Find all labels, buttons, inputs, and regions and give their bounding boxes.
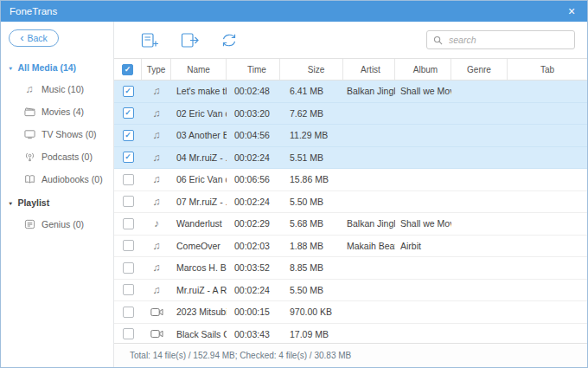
table-row[interactable]: ♫07 Mr.ruiZ - ...00:02:245.50 MB bbox=[114, 191, 587, 214]
row-checkbox[interactable] bbox=[123, 174, 134, 185]
search-icon bbox=[433, 36, 443, 45]
row-time: 00:02:29 bbox=[227, 218, 280, 229]
row-type-cell: ♫ bbox=[142, 107, 171, 119]
row-name: Wanderlust bbox=[171, 218, 227, 229]
row-size: 11.29 MB bbox=[280, 130, 343, 140]
close-button[interactable]: × bbox=[556, 1, 587, 22]
music-icon: ♫ bbox=[23, 83, 35, 95]
row-checkbox[interactable] bbox=[123, 307, 134, 318]
row-checkbox[interactable]: ✓ bbox=[123, 86, 134, 97]
table-row[interactable]: ✓♫Let's make th...00:02:486.41 MBBalkan … bbox=[114, 81, 587, 103]
table-row[interactable]: ♫ComeOver00:02:031.88 MBMakaih BeatsAirb… bbox=[114, 236, 587, 258]
row-checkbox[interactable] bbox=[123, 240, 134, 251]
column-header-artist[interactable]: Artist bbox=[343, 59, 395, 80]
row-checkbox[interactable] bbox=[123, 328, 134, 339]
status-text: Total: 14 file(s) / 152.94 MB; Checked: … bbox=[130, 351, 351, 360]
row-checkbox[interactable] bbox=[123, 284, 134, 295]
row-checkbox-cell bbox=[114, 218, 142, 229]
search-box[interactable] bbox=[426, 30, 575, 49]
table-row[interactable]: ♫Marcos H. B...00:03:528.85 MB bbox=[114, 257, 587, 280]
row-checkbox[interactable] bbox=[123, 196, 134, 207]
row-name: 04 Mr.ruiZ - ... bbox=[171, 152, 227, 163]
refresh-icon bbox=[219, 32, 240, 48]
row-album: Shall we Mov... bbox=[395, 218, 451, 229]
row-size: 5.51 MB bbox=[280, 152, 343, 163]
collapse-triangle-icon: ▼ bbox=[8, 200, 13, 205]
row-name: 02 Eric Van d... bbox=[171, 108, 227, 119]
back-arrow-icon: ‹ bbox=[20, 32, 23, 43]
sidebar-item-movies-4[interactable]: Movies (4) bbox=[1, 100, 113, 123]
sidebar-group-all-media-14[interactable]: ▼All Media (14) bbox=[1, 55, 113, 78]
add-files-button[interactable] bbox=[137, 30, 163, 49]
row-size: 5.68 MB bbox=[280, 218, 343, 229]
row-size: 17.09 MB bbox=[280, 329, 343, 339]
sidebar-item-music-10[interactable]: ♫Music (10) bbox=[1, 78, 113, 100]
audiobooks-icon bbox=[23, 174, 35, 184]
refresh-button[interactable] bbox=[216, 30, 242, 49]
row-time: 00:02:48 bbox=[227, 86, 280, 96]
row-checkbox-cell: ✓ bbox=[114, 130, 142, 141]
music-file-icon: ♫ bbox=[153, 196, 161, 208]
row-name: 07 Mr.ruiZ - ... bbox=[171, 197, 227, 207]
row-type-cell: ♫ bbox=[142, 85, 171, 97]
back-button[interactable]: ‹ Back bbox=[9, 29, 59, 47]
column-header-size[interactable]: Size bbox=[280, 59, 343, 80]
row-checkbox-cell bbox=[114, 328, 142, 339]
column-header-album[interactable]: Album bbox=[395, 59, 451, 80]
video-file-icon bbox=[150, 329, 163, 339]
table-row[interactable]: ♫Mr.ruiZ - A R...00:02:245.50 MB bbox=[114, 280, 587, 302]
row-name: Let's make th... bbox=[171, 86, 227, 96]
select-all-checkbox[interactable]: ✓ bbox=[122, 64, 133, 75]
main-panel: ✓TypeNameTimeSizeArtistAlbumGenreTab ✓♫L… bbox=[114, 22, 587, 367]
row-album: Airbit bbox=[395, 241, 451, 251]
sidebar-item-tv-shows-0[interactable]: TV Shows (0) bbox=[1, 123, 113, 145]
table-body: ✓♫Let's make th...00:02:486.41 MBBalkan … bbox=[114, 81, 587, 343]
export-to-device-button[interactable] bbox=[176, 30, 202, 49]
row-type-cell: ♫ bbox=[142, 129, 171, 141]
table-row[interactable]: 2023 Mitsubi...00:00:15970.00 KB bbox=[114, 301, 587, 324]
row-checkbox[interactable]: ✓ bbox=[123, 130, 134, 141]
row-name: Marcos H. B... bbox=[171, 262, 227, 273]
row-type-cell: ♫ bbox=[142, 173, 171, 185]
sidebar: ‹ Back ▼All Media (14)♫Music (10)Movies … bbox=[1, 22, 114, 367]
table-header-row: ✓TypeNameTimeSizeArtistAlbumGenreTab bbox=[114, 58, 587, 81]
row-name: 03 Another B... bbox=[171, 130, 227, 140]
toolbar bbox=[114, 22, 587, 58]
back-button-label: Back bbox=[28, 33, 48, 43]
row-name: 06 Eric Van d... bbox=[171, 174, 227, 184]
column-header-genre[interactable]: Genre bbox=[451, 59, 508, 80]
row-checkbox[interactable]: ✓ bbox=[123, 107, 134, 119]
row-checkbox[interactable]: ✓ bbox=[123, 152, 134, 163]
row-type-cell: ♫ bbox=[142, 261, 171, 274]
table-row[interactable]: ♫06 Eric Van d...00:06:5615.86 MB bbox=[114, 169, 587, 191]
column-header-time[interactable]: Time bbox=[227, 59, 280, 80]
sidebar-item-podcasts-0[interactable]: Podcasts (0) bbox=[1, 145, 113, 168]
row-checkbox-cell: ✓ bbox=[114, 107, 142, 119]
music-file-icon: ♫ bbox=[153, 240, 161, 252]
row-checkbox-cell bbox=[114, 307, 142, 318]
sidebar-item-label: Movies (4) bbox=[42, 107, 84, 117]
row-type-cell: ♫ bbox=[142, 284, 171, 296]
row-checkbox-cell bbox=[114, 262, 142, 274]
music-file-icon: ♫ bbox=[153, 107, 161, 119]
row-time: 00:03:43 bbox=[227, 329, 280, 339]
row-name: ComeOver bbox=[171, 241, 227, 251]
toolbar-buttons bbox=[137, 30, 256, 49]
column-header-name[interactable]: Name bbox=[171, 59, 227, 80]
column-header-type[interactable]: Type bbox=[142, 59, 171, 80]
search-input[interactable] bbox=[447, 34, 568, 46]
table-row[interactable]: ✓♫04 Mr.ruiZ - ...00:02:245.51 MB bbox=[114, 147, 587, 170]
table-row[interactable]: Black Sails C...00:03:4317.09 MB bbox=[114, 324, 587, 344]
row-size: 970.00 KB bbox=[280, 307, 343, 317]
row-checkbox[interactable] bbox=[123, 218, 134, 229]
column-header-tab[interactable]: Tab bbox=[508, 59, 587, 80]
sidebar-item-audiobooks-0[interactable]: Audiobooks (0) bbox=[1, 168, 113, 190]
table-row[interactable]: ♪Wanderlust00:02:295.68 MBBalkan Jingles… bbox=[114, 213, 587, 236]
sidebar-group-playlist[interactable]: ▼Playlist bbox=[1, 190, 113, 213]
sidebar-item-genius-0[interactable]: Genius (0) bbox=[1, 213, 113, 236]
row-size: 7.62 MB bbox=[280, 108, 343, 119]
table-row[interactable]: ✓♫03 Another B...00:04:5611.29 MB bbox=[114, 125, 587, 147]
row-checkbox[interactable] bbox=[123, 262, 134, 274]
app-title: FoneTrans bbox=[1, 6, 556, 16]
table-row[interactable]: ✓♫02 Eric Van d...00:03:207.62 MB bbox=[114, 103, 587, 126]
